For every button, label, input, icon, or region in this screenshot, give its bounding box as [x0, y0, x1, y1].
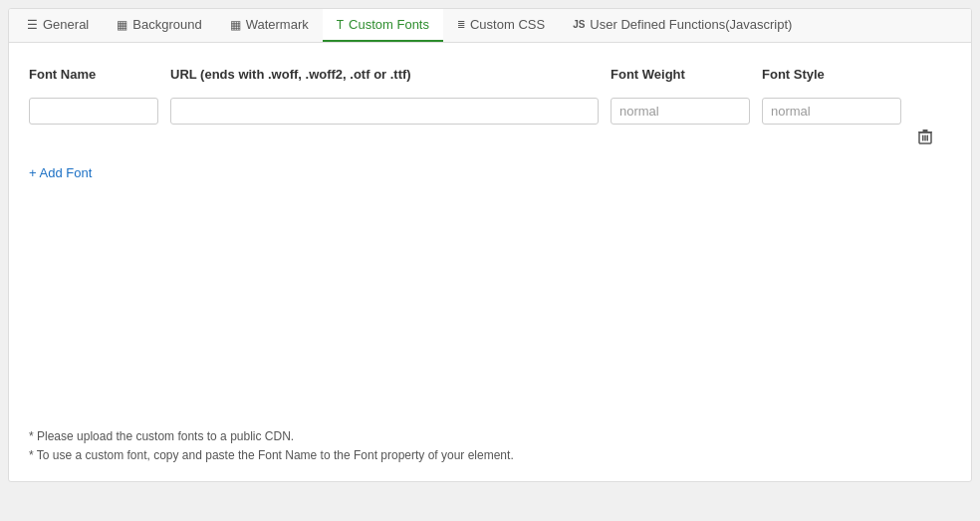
font-name-header: Font Name	[29, 67, 158, 86]
font-weight-label: Font Weight	[611, 67, 750, 82]
trash-icon	[918, 129, 932, 144]
url-header: URL (ends with .woff, .woff2, .otf or .t…	[170, 67, 599, 86]
delete-row-button[interactable]	[913, 124, 937, 149]
general-icon: ☰	[27, 18, 38, 32]
font-weight-input[interactable]	[611, 98, 750, 125]
input-row	[29, 98, 951, 149]
url-input[interactable]	[170, 98, 599, 125]
tab-bar: ☰ General ▦ Background ▦ Watermark T Cus…	[9, 9, 971, 43]
svg-rect-2	[924, 135, 926, 141]
add-font-button[interactable]: + Add Font	[29, 161, 92, 184]
main-container: ☰ General ▦ Background ▦ Watermark T Cus…	[8, 8, 972, 482]
footer-note-2: * To use a custom font, copy and paste t…	[29, 446, 951, 465]
tab-user-defined-functions[interactable]: JS User Defined Functions(Javascript)	[559, 9, 806, 42]
font-weight-field-group	[611, 98, 750, 125]
svg-rect-3	[927, 135, 929, 141]
font-weight-header: Font Weight	[611, 67, 750, 86]
custom-css-icon: ≣	[457, 19, 465, 30]
tab-background[interactable]: ▦ Background	[103, 9, 215, 42]
url-field-group	[170, 98, 599, 125]
tab-background-label: Background	[132, 17, 201, 32]
tab-watermark-label: Watermark	[246, 17, 309, 32]
background-icon: ▦	[117, 18, 127, 32]
svg-rect-5	[923, 130, 928, 131]
footer-notes: * Please upload the custom fonts to a pu…	[29, 427, 951, 465]
add-font-label: + Add Font	[29, 165, 92, 180]
tab-custom-fonts-label: Custom Fonts	[349, 17, 429, 32]
tab-general-label: General	[43, 17, 89, 32]
svg-rect-1	[922, 135, 924, 141]
font-style-label: Font Style	[762, 67, 901, 82]
tab-watermark[interactable]: ▦ Watermark	[216, 9, 323, 42]
font-style-header: Font Style	[762, 67, 901, 86]
tab-custom-css-label: Custom CSS	[470, 17, 545, 32]
header-row: Font Name URL (ends with .woff, .woff2, …	[29, 67, 951, 86]
tab-user-defined-functions-label: User Defined Functions(Javascript)	[590, 17, 792, 32]
font-name-field-group	[29, 98, 158, 125]
font-name-input[interactable]	[29, 98, 158, 125]
font-style-input[interactable]	[762, 98, 901, 125]
tab-custom-fonts[interactable]: T Custom Fonts	[323, 9, 443, 42]
footer-note-1: * Please upload the custom fonts to a pu…	[29, 427, 951, 446]
url-label: URL (ends with .woff, .woff2, .otf or .t…	[170, 67, 599, 82]
user-defined-functions-icon: JS	[573, 19, 585, 30]
content-area: Font Name URL (ends with .woff, .woff2, …	[9, 43, 971, 481]
custom-fonts-icon: T	[337, 18, 344, 32]
font-name-label: Font Name	[29, 67, 158, 82]
watermark-icon: ▦	[230, 18, 241, 32]
tab-custom-css[interactable]: ≣ Custom CSS	[443, 9, 559, 42]
svg-rect-4	[918, 131, 932, 133]
tab-general[interactable]: ☰ General	[13, 9, 103, 42]
font-style-field-group	[762, 98, 901, 125]
